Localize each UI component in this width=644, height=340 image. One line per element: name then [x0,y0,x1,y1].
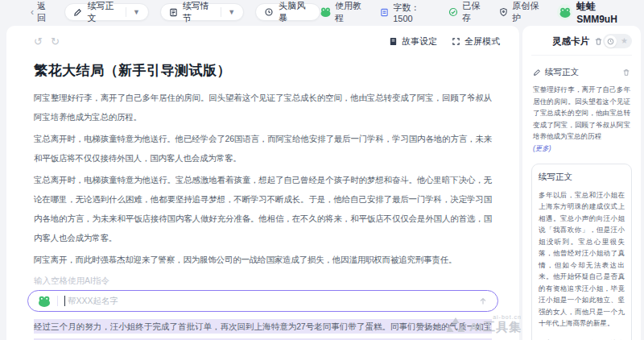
ai-generated-selection[interactable]: 经过三个月的努力，汪小姐终于完成了首批订单，再次回到上海特意为27号老同事们带了… [26,317,500,340]
story-settings-button[interactable]: 故事设定 [389,35,437,48]
divider [126,7,126,17]
paragraph[interactable]: 宝总离开时，电梯孩童特意为他送行。他已经学会了26国语言，而阿宝给他安排了最后一… [34,129,492,168]
document-icon [169,8,178,17]
brainstorm-icon [264,7,274,17]
copyright-label: 原创保护 [512,0,544,24]
frog-icon [38,296,51,307]
saved-status: 已保存 [448,0,486,24]
user-account[interactable]: 蛙蛙SMM9uH [557,0,633,25]
editor-panel: ↺ ↻ 故事设定 全屏模式 繁花大结局（新手引导测试版） 阿宝整理好行李，离开了… [6,26,519,340]
chevron-left-icon: ‹ [31,6,34,18]
star-icon[interactable]: ★ [618,35,630,48]
inspiration-card[interactable]: 续写正文 宝整理好行李，离开了自己多年居住的房间。回头望着这个见证了宝总成长的空… [531,67,632,154]
card-paragraph: 多年以后，宝总和汪小姐在上海东方明珠的建成仪式上相遇。宝总小声的向汪小姐说「我喜… [539,189,625,330]
undo-icon[interactable]: ↺ [34,35,43,48]
tutorial-button[interactable]: 使用教程 [320,0,367,24]
sidebar-title: 灵感卡片 [552,35,589,48]
watermark-logo-icon [445,316,466,335]
paragraph[interactable]: 宝总离开时，电梯孩童特意为他送行。宝总感激地看着孩童，想起了自己曾经是个孩子时的… [34,170,492,247]
card-paragraph: 但宝总不甘心放弃，他决定要找到机会再次向汪小姐表达自己的真心。于是，他开始主动约… [539,338,625,340]
inspiration-card-expanded[interactable]: 续写正文 多年以后，宝总和汪小姐在上海东方明珠的建成仪式上相遇。宝总小声的向汪小… [531,164,632,340]
chevron-down-icon[interactable]: ▼ [133,8,140,16]
card-type-label: 续写正文 [539,172,625,183]
redo-icon[interactable]: ↻ [51,35,60,48]
avatar [557,4,572,20]
back-label: 返回 [37,0,53,24]
saved-label: 已保存 [462,0,486,24]
word-count: 字数：1500 [380,2,436,23]
fullscreen-icon [452,37,460,46]
fullscreen-label: 全屏模式 [464,35,500,48]
tutorial-label: 使用教程 [335,0,367,24]
chevron-down-icon[interactable]: ▼ [228,8,235,16]
word-count-icon [380,8,389,17]
delete-card-trash-icon[interactable] [622,68,630,77]
history-favorite-toggle[interactable]: ★ [603,34,632,48]
sidebar-header: 灵感卡片 ★ [531,34,632,56]
clear-cards-trash-icon[interactable] [594,37,603,46]
continue-text-label: 续写正文 [87,0,119,24]
brainstorm-label: 头脑风暴 [279,0,312,24]
clock-icon[interactable] [605,35,617,48]
watermark-url: ai-bot.cn [469,314,522,320]
word-count-label: 字数：1500 [393,2,436,23]
continue-plot-label: 续写情节 [183,0,215,24]
username-label: 蛙蛙SMM9uH [576,0,633,25]
continue-plot-button[interactable]: 续写情节 ▼ [160,3,244,21]
top-toolbar: ‹ 返回 续写正文 ▼ 续写情节 ▼ 头脑风暴 使用教程 [0,0,644,24]
book-icon [389,37,398,46]
editor-toolbar: ↺ ↻ 故事设定 全屏模式 [26,32,500,50]
divider [57,296,58,306]
page-title[interactable]: 繁花大结局（新手引导测试版） [34,61,500,80]
card-type-label: 续写正文 [545,67,579,78]
more-link[interactable]: (更多) [533,144,630,154]
pen-icon [533,68,541,77]
shield-icon [499,7,508,17]
card-text: 宝整理好行李，离开了自己多年居住的房间。回头望着这个见证了宝总成长的空间，他由宝… [533,84,630,143]
watermark: ai-bot.cn AI工具集 [445,314,522,335]
brainstorm-button[interactable]: 头脑风暴 [255,3,320,21]
paragraph[interactable]: 阿宝离开，而此时强慕杰却迎来了警察，因为服饰公司的一战给国家造成了损失，他因滥用… [34,250,492,269]
back-button[interactable]: ‹ 返回 [31,0,53,24]
watermark-name: AI工具集 [469,320,522,335]
check-circle-icon [448,7,458,17]
fullscreen-button[interactable]: 全屏模式 [452,35,500,48]
divider [221,7,221,17]
text-cursor [64,296,65,306]
pen-icon [73,8,82,17]
ai-command-input[interactable]: 帮XXX起名字 [27,290,498,312]
paragraph[interactable]: 阿宝整理好行李，离开了自己多年居住的房间。回头望着这个见证了宝总成长的空间，他由… [34,88,492,126]
topbar-right: 使用教程 字数：1500 已保存 原创保护 蛙蛙SMM9uH [320,0,633,25]
send-arrow-icon[interactable] [478,296,488,306]
continue-text-button[interactable]: 续写正文 ▼ [64,3,148,21]
document-body[interactable]: 阿宝整理好行李，离开了自己多年居住的房间。回头望着这个见证了宝总成长的空间，他由… [26,88,500,269]
inspiration-sidebar: 灵感卡片 ★ 续写正文 宝整理好行李，离开了自己多年居住的房间。回头望着这个见证… [522,26,641,340]
highlighted-paragraph[interactable]: 经过三个月的努力，汪小姐终于完成了首批订单，再次回到上海特意为27号老同事们带了… [34,317,492,340]
ai-input-placeholder: 帮XXX起名字 [68,296,118,307]
frog-icon [320,7,331,17]
copyright-protect-button[interactable]: 原创保护 [499,0,544,24]
story-settings-label: 故事设定 [402,35,437,48]
ai-command-hint: 输入空格使用AI指令 [34,276,500,287]
